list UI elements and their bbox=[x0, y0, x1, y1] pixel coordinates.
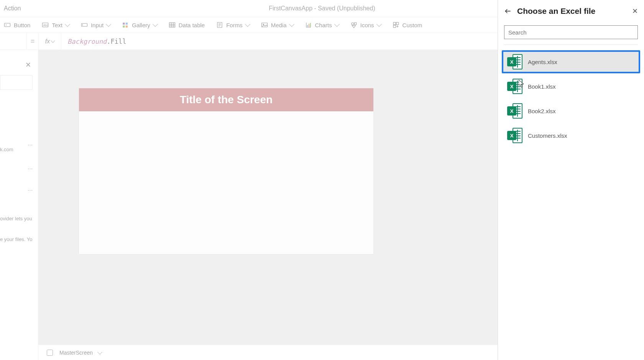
ribbon-gallery[interactable]: Gallery bbox=[122, 21, 157, 28]
svg-rect-29 bbox=[393, 22, 396, 25]
chevron-down-icon bbox=[245, 21, 250, 27]
svg-rect-9 bbox=[126, 26, 128, 28]
forms-icon bbox=[216, 21, 223, 28]
file-name-label: Book1.xlsx bbox=[528, 83, 556, 90]
left-panel: ✕ k.com ⋯ ⋯ ⋯ ovider lets you ... e your… bbox=[0, 50, 38, 360]
panel-text: ovider lets you ... bbox=[0, 216, 33, 221]
screen-canvas[interactable]: Title of the Screen bbox=[79, 88, 373, 254]
chevron-down-icon[interactable] bbox=[97, 350, 102, 355]
file-list: XAgents.xlsxXBook1.xlsxXBook2.xlsxXCusto… bbox=[498, 50, 644, 149]
formula-token-fill: .Fill bbox=[107, 38, 126, 45]
close-icon[interactable]: ✕ bbox=[25, 61, 31, 69]
svg-rect-31 bbox=[393, 25, 396, 28]
media-icon bbox=[261, 21, 268, 28]
ribbon-media-label: Media bbox=[271, 22, 287, 28]
svg-rect-19 bbox=[261, 23, 267, 27]
back-arrow-icon[interactable] bbox=[504, 7, 512, 15]
chevron-down-icon bbox=[153, 21, 158, 27]
panel-title: Choose an Excel file bbox=[517, 7, 627, 16]
ribbon-custom-label: Custom bbox=[402, 22, 422, 28]
ribbon-charts-label: Charts bbox=[315, 22, 332, 28]
panel-search-box[interactable] bbox=[0, 75, 33, 90]
svg-marker-37 bbox=[519, 80, 524, 87]
fx-button[interactable]: fx bbox=[38, 33, 61, 50]
ribbon-datatable[interactable]: Data table bbox=[169, 21, 205, 28]
ribbon-input[interactable]: Input bbox=[81, 21, 110, 28]
ribbon-charts[interactable]: Charts bbox=[305, 21, 339, 28]
formula-input[interactable]: Background.Fill bbox=[61, 38, 127, 45]
fx-label: fx bbox=[45, 38, 50, 45]
property-selector[interactable] bbox=[0, 33, 27, 50]
cursor-icon bbox=[519, 80, 524, 88]
file-item[interactable]: XAgents.xlsx bbox=[502, 50, 640, 73]
excel-file-icon: X bbox=[507, 54, 522, 69]
svg-rect-27 bbox=[354, 23, 356, 25]
chevron-down-icon bbox=[51, 38, 55, 43]
ribbon-forms-label: Forms bbox=[226, 22, 243, 28]
svg-rect-24 bbox=[309, 24, 309, 27]
data-table-icon bbox=[169, 21, 176, 28]
ribbon-icons-label: Icons bbox=[360, 22, 374, 28]
file-name-label: Customers.xlsx bbox=[528, 132, 567, 139]
search-input[interactable] bbox=[504, 25, 638, 39]
ribbon-text[interactable]: Abc Text bbox=[42, 21, 69, 28]
screen-checkbox[interactable] bbox=[47, 350, 53, 356]
svg-rect-2 bbox=[43, 23, 48, 27]
ribbon-button[interactable]: Button bbox=[4, 21, 30, 28]
panel-text: e your files. Yo... bbox=[0, 236, 33, 242]
file-item[interactable]: XCustomers.xlsx bbox=[502, 124, 640, 147]
ribbon-datatable-label: Data table bbox=[179, 22, 205, 28]
more-icon[interactable]: ⋯ bbox=[28, 142, 33, 148]
svg-point-26 bbox=[352, 23, 354, 25]
svg-point-20 bbox=[263, 24, 264, 25]
svg-rect-25 bbox=[310, 23, 310, 27]
svg-rect-7 bbox=[126, 23, 128, 25]
ribbon-media[interactable]: Media bbox=[261, 21, 294, 28]
excel-file-icon: X bbox=[507, 103, 522, 119]
more-icon[interactable]: ⋯ bbox=[28, 187, 33, 193]
svg-point-1 bbox=[6, 25, 7, 25]
file-name-label: Agents.xlsx bbox=[528, 59, 557, 65]
charts-icon bbox=[305, 21, 312, 28]
icons-icon bbox=[350, 21, 357, 28]
text-icon: Abc bbox=[42, 21, 49, 28]
formula-token-background: Background bbox=[67, 38, 107, 45]
screen-name-label[interactable]: MasterScreen bbox=[59, 350, 93, 356]
chevron-down-icon bbox=[334, 21, 340, 27]
button-icon bbox=[4, 21, 11, 28]
excel-file-icon: X bbox=[507, 128, 522, 143]
svg-rect-4 bbox=[81, 23, 87, 26]
file-name-label: Book2.xlsx bbox=[528, 108, 556, 114]
gallery-icon bbox=[122, 21, 129, 28]
svg-rect-6 bbox=[123, 23, 125, 25]
svg-text:Abc: Abc bbox=[43, 23, 48, 27]
ribbon-gallery-label: Gallery bbox=[132, 22, 150, 28]
close-icon[interactable]: ✕ bbox=[632, 7, 638, 15]
action-tab: Action bbox=[4, 5, 21, 12]
svg-rect-15 bbox=[217, 22, 222, 28]
file-item[interactable]: XBook2.xlsx bbox=[502, 99, 640, 122]
custom-icon bbox=[393, 21, 399, 28]
more-icon[interactable]: ⋯ bbox=[28, 166, 33, 172]
equals-label: = bbox=[27, 37, 38, 45]
svg-rect-10 bbox=[169, 23, 175, 27]
ribbon-text-label: Text bbox=[52, 22, 62, 28]
ribbon-forms[interactable]: Forms bbox=[216, 21, 250, 28]
svg-rect-0 bbox=[5, 23, 10, 27]
ribbon-icons[interactable]: Icons bbox=[350, 21, 381, 28]
input-icon bbox=[81, 21, 88, 28]
ribbon-custom[interactable]: Custom bbox=[393, 21, 422, 28]
screen-title-label: Title of the Screen bbox=[79, 88, 373, 111]
divider bbox=[504, 45, 638, 45]
chevron-down-icon bbox=[289, 21, 294, 27]
chevron-down-icon bbox=[106, 21, 111, 27]
svg-rect-23 bbox=[307, 25, 308, 27]
ribbon-input-label: Input bbox=[91, 22, 104, 28]
svg-marker-28 bbox=[352, 26, 355, 28]
svg-rect-30 bbox=[396, 22, 398, 25]
ribbon-button-label: Button bbox=[14, 22, 30, 28]
chevron-down-icon bbox=[65, 21, 70, 27]
svg-rect-8 bbox=[123, 26, 125, 28]
chevron-down-icon bbox=[376, 21, 382, 27]
choose-excel-panel: Choose an Excel file ✕ XAgents.xlsxXBook… bbox=[498, 0, 644, 360]
